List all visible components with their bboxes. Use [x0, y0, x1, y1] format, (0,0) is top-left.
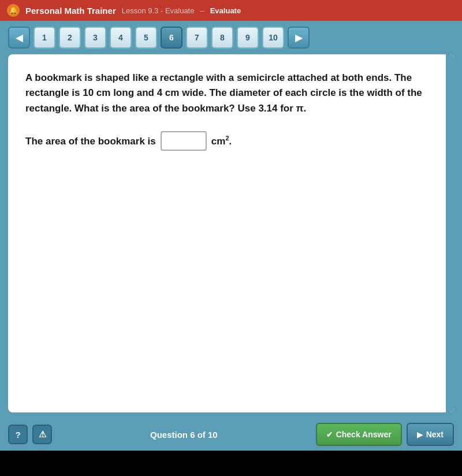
prev-question-button[interactable]: ◀: [8, 27, 30, 49]
check-answer-label: Check Answer: [336, 430, 392, 439]
answer-suffix: cm2.: [211, 135, 232, 147]
question-7-button[interactable]: 7: [186, 27, 208, 49]
right-accent-bar: [446, 54, 454, 412]
help-button[interactable]: ?: [8, 425, 28, 444]
answer-row: The area of the bookmark is cm2.: [25, 131, 437, 151]
question-4-button[interactable]: 4: [110, 27, 132, 49]
next-icon: ▶: [417, 430, 423, 439]
answer-prefix: The area of the bookmark is: [25, 136, 156, 147]
black-bottom-bar: [0, 451, 462, 476]
header-evaluate: Evaluate: [210, 6, 241, 15]
check-answer-button[interactable]: ✔ Check Answer: [316, 423, 402, 446]
footer-bar: ? ⚠ Question 6 of 10 ✔ Check Answer ▶ Ne…: [0, 418, 462, 451]
next-button[interactable]: ▶ Next: [407, 423, 454, 446]
answer-input[interactable]: [161, 131, 207, 151]
question-1-button[interactable]: 1: [33, 27, 55, 49]
app-header: 🔔 Personal Math Trainer Lesson 9.3 - Eva…: [0, 0, 462, 21]
question-5-button[interactable]: 5: [135, 27, 157, 49]
question-3-button[interactable]: 3: [84, 27, 106, 49]
app-title: Personal Math Trainer: [25, 6, 116, 16]
next-label: Next: [426, 430, 444, 439]
header-lesson: Lesson 9.3 - Evaluate: [122, 6, 195, 15]
warning-button[interactable]: ⚠: [32, 425, 52, 444]
question-content-area: A bookmark is shaped like a rectangle wi…: [8, 54, 454, 412]
header-separator: –: [200, 6, 204, 15]
app-logo-icon: 🔔: [7, 4, 20, 17]
question-9-button[interactable]: 9: [237, 27, 259, 49]
question-text: A bookmark is shaped like a rectangle wi…: [25, 70, 437, 116]
question-navigation: ◀ 1 2 3 4 5 6 7 8 9 10 ▶: [0, 21, 462, 54]
check-icon: ✔: [326, 430, 333, 439]
question-counter: Question 6 of 10: [57, 430, 311, 440]
question-6-button[interactable]: 6: [161, 27, 182, 49]
question-8-button[interactable]: 8: [211, 27, 233, 49]
question-10-button[interactable]: 10: [262, 27, 284, 49]
next-question-button[interactable]: ▶: [288, 27, 310, 49]
question-2-button[interactable]: 2: [59, 27, 81, 49]
